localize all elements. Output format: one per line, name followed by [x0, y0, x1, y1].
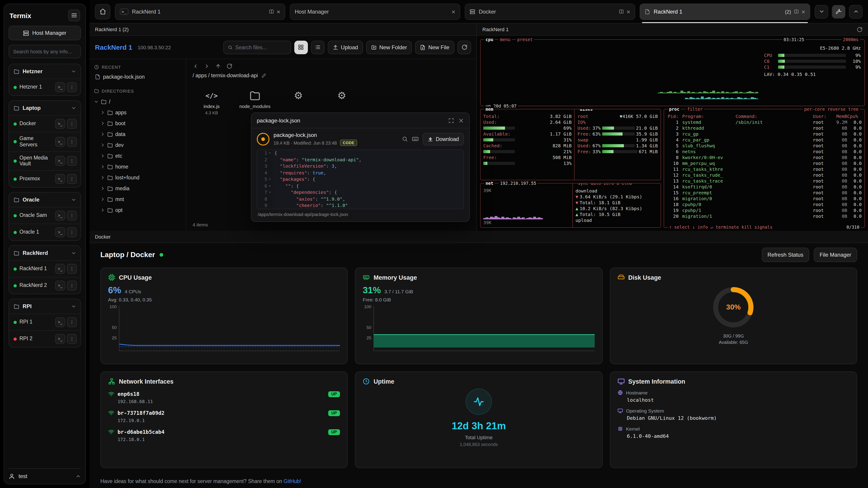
file-manager-button[interactable]: File Manager [814, 248, 857, 262]
host-terminal-button[interactable]: >_ [55, 227, 65, 237]
host-search-input[interactable] [8, 45, 81, 58]
host-terminal-button[interactable]: >_ [55, 119, 65, 129]
host-terminal-button[interactable]: >_ [55, 82, 65, 92]
host-docker[interactable]: Docker>_⋮ [9, 115, 81, 132]
tree-dir-home[interactable]: home [94, 161, 181, 172]
host-proxmox[interactable]: Proxmox>_⋮ [9, 170, 81, 187]
close-tab-button[interactable]: × [277, 8, 280, 15]
tree-root[interactable]: / [94, 96, 181, 107]
host-oracle-sam[interactable]: Oracle Sam>_⋮ [9, 207, 81, 224]
tree-dir-boot[interactable]: boot [94, 118, 181, 129]
host-menu-button[interactable]: ⋮ [67, 137, 77, 147]
terminal-icon: >_ [120, 8, 128, 15]
host-terminal-button[interactable]: >_ [55, 281, 65, 291]
new-folder-button[interactable]: New Folder [366, 40, 412, 54]
host-open-media-vault[interactable]: Open Media Vault>_⋮ [9, 151, 81, 170]
host-menu-button[interactable]: ⋮ [67, 82, 77, 92]
new-file-button[interactable]: New File [415, 40, 454, 54]
host-terminal-button[interactable]: >_ [55, 317, 65, 327]
expand-modal-button[interactable] [448, 118, 454, 123]
host-name: RackNerd 2 [20, 283, 53, 289]
tree-dir-mnt[interactable]: mnt [94, 194, 181, 205]
tree-dir-lost-found[interactable]: lost+found [94, 172, 181, 183]
tree-dir-opt[interactable]: opt [94, 205, 181, 216]
search-in-file-button[interactable] [402, 136, 408, 142]
group-header-laptop[interactable]: Laptop [9, 101, 81, 115]
host-terminal-button[interactable]: >_ [55, 174, 65, 184]
sidebar-menu-button[interactable] [68, 9, 80, 21]
host-menu-button[interactable]: ⋮ [67, 174, 77, 184]
host-menu-button[interactable]: ⋮ [67, 227, 77, 237]
refresh-terminal-button[interactable] [857, 26, 863, 32]
memory-free: Free: 8.0 GiB [363, 297, 595, 302]
host-racknerd-1[interactable]: RackNerd 1>_⋮ [9, 260, 81, 277]
host-terminal-button[interactable]: >_ [55, 137, 65, 147]
nav-back-button[interactable] [193, 63, 198, 69]
home-button[interactable] [95, 4, 110, 19]
system-row-kernel: Kernel6.1.0-40-amd64 [617, 426, 849, 439]
host-menu-button[interactable]: ⋮ [67, 156, 77, 166]
open-editor-button[interactable] [412, 135, 418, 142]
host-rpi-2[interactable]: RPI 2>_⋮ [9, 330, 81, 347]
split-tab-button[interactable] [794, 9, 799, 14]
host-terminal-button[interactable]: >_ [55, 156, 65, 166]
group-header-racknerd[interactable]: RackNerd [9, 246, 81, 260]
tree-dir-data[interactable]: data [94, 129, 181, 140]
edit-path-button[interactable] [261, 73, 267, 78]
group-header-oracle[interactable]: Oracle [9, 193, 81, 207]
user-menu[interactable]: test [8, 468, 81, 480]
close-modal-button[interactable] [458, 118, 464, 123]
list-view-button[interactable] [311, 40, 324, 54]
host-game-servers[interactable]: Game Servers>_⋮ [9, 132, 81, 151]
terminal-panel[interactable]: RackNerd 1 cpu menu preset 03:31:25 2000… [477, 24, 868, 231]
tab-racknerd-1-4[interactable]: RackNerd 1(2)× [640, 3, 810, 20]
status-dot [13, 284, 17, 287]
host-terminal-button[interactable]: >_ [55, 334, 65, 344]
host-menu-button[interactable]: ⋮ [67, 264, 77, 274]
host-terminal-button[interactable]: >_ [55, 210, 65, 221]
close-tab-button[interactable]: × [627, 8, 630, 15]
host-menu-button[interactable]: ⋮ [67, 119, 77, 129]
tab-racknerd-1-1[interactable]: >_RackNerd 1× [115, 3, 285, 20]
host-rpi-1[interactable]: RPI 1>_⋮ [9, 314, 81, 330]
host-menu-button[interactable]: ⋮ [67, 210, 77, 221]
host-racknerd-2[interactable]: RackNerd 2>_⋮ [9, 277, 81, 294]
recent-file-package-lock-json[interactable]: package-lock.json [94, 72, 181, 81]
tools-button[interactable] [832, 5, 845, 18]
host-menu-button[interactable]: ⋮ [67, 317, 77, 327]
host-menu-button[interactable]: ⋮ [67, 334, 77, 344]
split-tab-button[interactable] [269, 9, 274, 14]
tab-host-manager-2[interactable]: Host Manager× [290, 3, 460, 20]
download-button[interactable]: Download [423, 133, 464, 145]
nav-up-button[interactable] [215, 63, 221, 69]
upload-button[interactable]: Upload [328, 40, 363, 54]
group-header-hetzner[interactable]: Hetzner [9, 64, 81, 78]
host-menu-button[interactable]: ⋮ [67, 281, 77, 291]
tree-dir-dev[interactable]: dev [94, 140, 181, 151]
host-manager-button[interactable]: Host Manager [8, 26, 81, 40]
tree-dir-etc[interactable]: etc [94, 151, 181, 161]
file-tile-index-js[interactable]: </>index.js4.3 KB [191, 85, 232, 123]
github-link[interactable]: GitHub! [284, 479, 301, 484]
tree-dir-apps[interactable]: apps [94, 107, 181, 118]
file-search-input[interactable] [223, 40, 291, 54]
nav-forward-button[interactable] [204, 63, 210, 69]
tab-docker-3[interactable]: Docker× [465, 3, 635, 20]
chevron-down-icon [71, 304, 76, 308]
nav-refresh-button[interactable] [226, 63, 232, 69]
split-tab-button[interactable] [619, 9, 624, 14]
tab-scroll-down-button[interactable] [815, 5, 828, 18]
tab-scroll-up-button[interactable] [849, 5, 863, 18]
refresh-files-button[interactable] [458, 40, 471, 54]
tree-dir-media[interactable]: media [94, 183, 181, 194]
host-hetzner-1[interactable]: Hetzner 1>_⋮ [9, 78, 81, 95]
fm-host-address: 100.98.3.50:22 [138, 44, 171, 50]
refresh-status-button[interactable]: Refresh Status [762, 248, 809, 262]
host-oracle-1[interactable]: Oracle 1>_⋮ [9, 224, 81, 240]
group-header-rpi[interactable]: RPI [9, 299, 81, 314]
close-tab-button[interactable]: × [452, 8, 455, 15]
host-terminal-button[interactable]: >_ [55, 264, 65, 274]
close-tab-button[interactable]: × [802, 8, 805, 15]
folder-icon [107, 109, 113, 116]
grid-view-button[interactable] [294, 40, 308, 54]
